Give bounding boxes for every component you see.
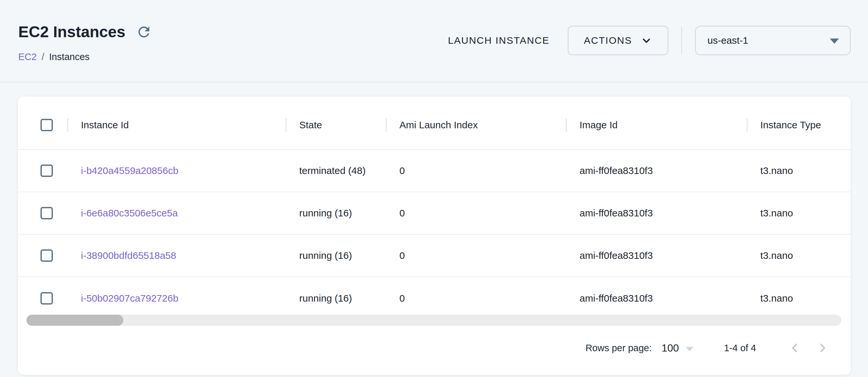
select-row-checkbox[interactable] — [40, 207, 53, 219]
refresh-icon — [136, 24, 152, 40]
table-row: i-b420a4559a20856cb terminated (48) 0 am… — [18, 150, 851, 192]
row-checkbox-cell — [18, 292, 68, 305]
select-row-checkbox[interactable] — [40, 249, 53, 262]
instance-type-cell: t3.nano — [747, 293, 851, 304]
instance-id-link[interactable]: i-b420a4559a20856cb — [81, 165, 179, 176]
row-checkbox-cell — [18, 249, 68, 262]
select-all-checkbox[interactable] — [40, 119, 53, 131]
horizontal-scrollbar-track[interactable] — [26, 315, 841, 326]
table-row: i-38900bdfd65518a58 running (16) 0 ami-f… — [18, 235, 851, 277]
instance-id-link[interactable]: i-38900bdfd65518a58 — [81, 250, 176, 261]
column-header-instance-type[interactable]: Instance Type — [747, 100, 851, 149]
actions-button[interactable]: ACTIONS — [568, 26, 668, 55]
instance-type-cell: t3.nano — [747, 208, 851, 219]
ami-launch-index-cell: 0 — [386, 208, 566, 219]
ami-launch-index-cell: 0 — [386, 165, 566, 176]
horizontal-scrollbar-thumb[interactable] — [26, 315, 123, 326]
instance-id-link[interactable]: i-50b02907ca792726b — [81, 293, 179, 304]
title-row: EC2 Instances — [18, 23, 153, 41]
ami-launch-index-cell: 0 — [386, 293, 566, 304]
row-checkbox-cell — [18, 207, 68, 219]
header-actions: LAUNCH INSTANCE ACTIONS us-east-1 — [445, 26, 851, 55]
column-header-instance-id[interactable]: Instance Id — [68, 100, 286, 149]
column-header-label: Instance Id — [81, 120, 129, 131]
instances-table-card: Instance Id State Ami Launch Index Image… — [18, 97, 851, 375]
launch-instance-button[interactable]: LAUNCH INSTANCE — [445, 35, 552, 46]
column-separator — [386, 118, 387, 132]
chevron-down-icon — [641, 35, 652, 46]
state-cell: running (16) — [286, 250, 386, 261]
column-separator — [566, 118, 567, 132]
state-cell: terminated (48) — [286, 165, 386, 176]
state-cell: running (16) — [286, 293, 386, 304]
page-title: EC2 Instances — [18, 23, 125, 41]
breadcrumb-current: Instances — [49, 52, 89, 62]
header-checkbox-cell — [18, 119, 68, 131]
pagination-range-label: 1-4 of 4 — [724, 343, 756, 353]
select-row-checkbox[interactable] — [40, 164, 53, 177]
region-select-value: us-east-1 — [708, 35, 748, 46]
column-separator — [285, 118, 286, 132]
column-header-ami-launch-index[interactable]: Ami Launch Index — [386, 100, 566, 149]
dropdown-arrow-icon — [686, 347, 693, 351]
ami-launch-index-cell: 0 — [386, 250, 566, 261]
column-header-image-id[interactable]: Image Id — [566, 100, 747, 149]
table-body: i-b420a4559a20856cb terminated (48) 0 am… — [18, 150, 851, 319]
table-row: i-6e6a80c3506e5ce5a running (16) 0 ami-f… — [18, 192, 851, 235]
next-page-button[interactable] — [813, 339, 832, 357]
breadcrumb-separator: / — [41, 52, 44, 62]
chevron-left-icon — [788, 341, 802, 355]
rows-per-page-label: Rows per page: — [585, 343, 652, 353]
breadcrumb: EC2 / Instances — [18, 52, 90, 62]
column-header-label: Ami Launch Index — [399, 120, 478, 131]
page-header: EC2 Instances EC2 / Instances LAUNCH INS… — [0, 0, 868, 83]
instance-id-link[interactable]: i-6e6a80c3506e5ce5a — [81, 208, 178, 218]
rows-per-page-select[interactable]: 100 — [661, 342, 693, 354]
column-header-label: Instance Type — [760, 120, 821, 131]
column-header-label: Image Id — [580, 120, 618, 131]
column-separator — [747, 118, 748, 132]
actions-button-label: ACTIONS — [584, 35, 632, 46]
refresh-button[interactable] — [135, 23, 153, 41]
column-header-state[interactable]: State — [286, 100, 386, 149]
table-header-row: Instance Id State Ami Launch Index Image… — [18, 97, 851, 150]
pagination: Rows per page: 100 1-4 of 4 — [585, 334, 832, 362]
previous-page-button[interactable] — [785, 339, 804, 357]
header-divider — [681, 27, 682, 54]
chevron-right-icon — [815, 341, 830, 355]
rows-per-page-value: 100 — [661, 342, 679, 354]
image-id-cell: ami-ff0fea8310f3 — [566, 165, 747, 176]
image-id-cell: ami-ff0fea8310f3 — [566, 250, 747, 261]
column-header-label: State — [299, 120, 322, 131]
state-cell: running (16) — [286, 208, 386, 219]
instance-type-cell: t3.nano — [747, 250, 851, 261]
table-row: i-50b02907ca792726b running (16) 0 ami-f… — [18, 277, 851, 319]
instance-type-cell: t3.nano — [747, 165, 851, 176]
row-checkbox-cell — [18, 164, 68, 177]
image-id-cell: ami-ff0fea8310f3 — [566, 293, 747, 304]
image-id-cell: ami-ff0fea8310f3 — [566, 208, 747, 219]
select-row-checkbox[interactable] — [40, 292, 53, 305]
dropdown-arrow-icon — [830, 38, 839, 44]
column-separator — [67, 118, 68, 132]
breadcrumb-ec2-link[interactable]: EC2 — [18, 52, 36, 62]
region-select[interactable]: us-east-1 — [695, 26, 851, 55]
